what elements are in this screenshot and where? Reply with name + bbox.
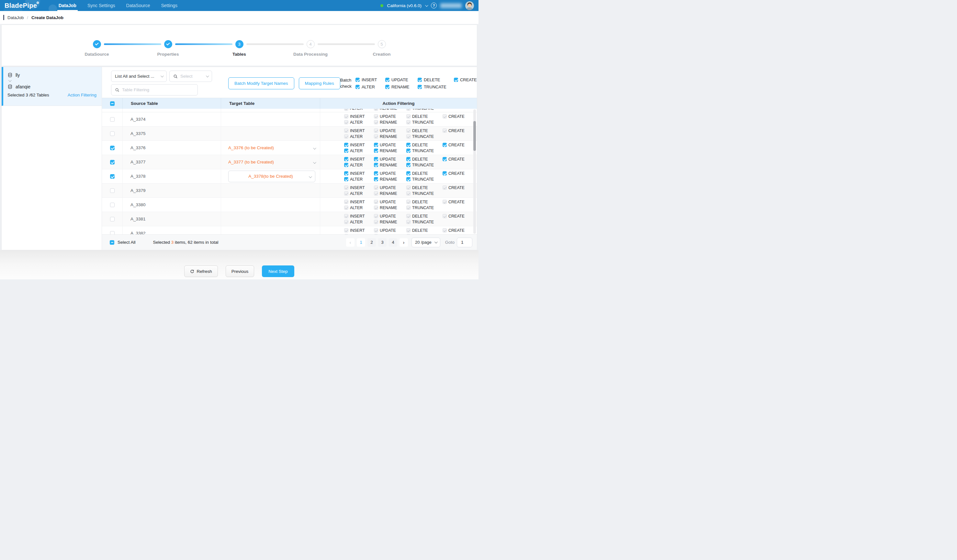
chevron-down-icon[interactable] xyxy=(313,159,315,165)
previous-button[interactable]: Previous xyxy=(226,265,254,277)
pagination-page-4[interactable]: 4 xyxy=(389,238,397,247)
row-action-insert xyxy=(344,228,348,232)
batch-modify-target-names-button[interactable]: Batch Modify Target Names xyxy=(228,77,294,89)
row-action-insert[interactable] xyxy=(344,143,348,147)
table-select[interactable]: Select xyxy=(169,71,212,82)
goto-page-input[interactable] xyxy=(457,238,472,247)
action-check-alter: ALTER xyxy=(355,85,385,89)
pagination-page-1[interactable]: 1 xyxy=(357,238,365,247)
row-action-update xyxy=(374,128,378,133)
row-action-update[interactable] xyxy=(374,171,378,175)
action-label: RENAME xyxy=(380,163,397,167)
row-select-checkbox[interactable] xyxy=(110,217,115,221)
row-select-checkbox[interactable] xyxy=(110,117,115,122)
table-row-partial: INSERTUPDATEDELETECREATEALTERRENAMETRUNC… xyxy=(102,109,477,112)
page-size-select[interactable]: 20 /page xyxy=(412,238,440,247)
pagination-page-2[interactable]: 2 xyxy=(368,238,376,247)
action-label: UPDATE xyxy=(380,200,396,204)
action-check-truncate: TRUNCATE xyxy=(406,163,442,167)
batch-check-create[interactable] xyxy=(454,78,458,82)
pagination-page-3[interactable]: 3 xyxy=(378,238,387,247)
row-action-create[interactable] xyxy=(442,157,447,161)
row-action-insert[interactable] xyxy=(344,157,348,161)
row-action-create[interactable] xyxy=(442,171,447,175)
row-select-checkbox[interactable] xyxy=(110,188,115,193)
table-filter-input[interactable] xyxy=(122,87,194,92)
action-filtering-link[interactable]: Action Filtering xyxy=(68,93,96,98)
action-label: INSERT xyxy=(350,157,365,161)
row-action-truncate[interactable] xyxy=(406,148,411,153)
batch-check-update[interactable] xyxy=(385,78,390,82)
row-action-truncate[interactable] xyxy=(406,177,411,181)
header-select-all-checkbox[interactable] xyxy=(110,101,115,106)
pagination-prev-button[interactable]: ‹ xyxy=(346,238,354,247)
action-label: RENAME xyxy=(380,205,397,210)
row-action-rename[interactable] xyxy=(374,163,378,167)
row-action-create[interactable] xyxy=(442,143,447,147)
row-action-delete[interactable] xyxy=(406,171,411,175)
batch-check-alter[interactable] xyxy=(355,85,360,89)
help-icon[interactable]: ? xyxy=(431,3,437,8)
row-select-checkbox[interactable] xyxy=(110,146,115,150)
nav-tab-datajob[interactable]: DataJob xyxy=(53,0,82,11)
row-action-alter[interactable] xyxy=(344,177,348,181)
batch-check-truncate[interactable] xyxy=(418,85,422,89)
refresh-button[interactable]: Refresh xyxy=(184,265,218,277)
row-action-insert[interactable] xyxy=(344,171,348,175)
action-check-create: CREATE xyxy=(454,77,478,82)
scrollbar-thumb[interactable] xyxy=(473,121,476,151)
row-action-grid: INSERTUPDATEDELETECREATEALTERRENAMETRUNC… xyxy=(320,143,477,153)
brand-logo[interactable]: BladePipe⚙ xyxy=(5,2,39,9)
nav-tab-datasource[interactable]: DataSource xyxy=(121,0,156,11)
pagination-next-button[interactable]: › xyxy=(400,238,408,247)
row-select-checkbox[interactable] xyxy=(110,131,115,136)
batch-check-insert[interactable] xyxy=(355,78,360,82)
breadcrumb-parent[interactable]: DataJob xyxy=(8,15,24,20)
mapping-rules-button[interactable]: Mapping Rules xyxy=(299,77,340,89)
chevron-down-icon[interactable] xyxy=(313,145,315,151)
row-select-checkbox[interactable] xyxy=(110,160,115,164)
row-action-alter[interactable] xyxy=(344,148,348,153)
table-row: A_3382INSERTUPDATEDELETECREATEALTERRENAM… xyxy=(102,226,477,234)
sidebar-datasource-item[interactable]: lly afanqie Selected 3 /62 Tables Action… xyxy=(2,67,102,106)
row-action-delete[interactable] xyxy=(406,143,411,147)
row-action-create xyxy=(442,200,447,204)
action-check-insert: INSERT xyxy=(344,214,374,219)
row-action-create xyxy=(442,214,447,218)
step-circle-3: 3 xyxy=(235,40,243,48)
avatar[interactable] xyxy=(465,1,474,10)
row-select-checkbox[interactable] xyxy=(110,203,115,207)
table-filter-search[interactable] xyxy=(111,84,198,96)
action-label: TRUNCATE xyxy=(412,148,434,153)
action-check-rename: RENAME xyxy=(374,234,406,235)
goto-label: Goto xyxy=(445,240,455,245)
list-mode-select[interactable]: List All and Select ... xyxy=(111,71,167,82)
batch-check-delete[interactable] xyxy=(418,78,422,82)
row-action-truncate[interactable] xyxy=(406,163,411,167)
row-action-rename[interactable] xyxy=(374,148,378,153)
target-table-select[interactable]: A_3378(to be Created) xyxy=(228,170,315,182)
nav-tab-sync-settings[interactable]: Sync Settings xyxy=(82,0,121,11)
nav-tab-settings[interactable]: Settings xyxy=(155,0,183,11)
action-check-rename: RENAME xyxy=(374,205,406,210)
region-selector[interactable]: California (v0.6.0) xyxy=(387,3,422,8)
row-action-rename[interactable] xyxy=(374,177,378,181)
footer-select-all-checkbox[interactable] xyxy=(110,240,114,245)
row-action-alter[interactable] xyxy=(344,163,348,167)
source-cell: A_3374 xyxy=(123,112,221,126)
action-check-truncate: TRUNCATE xyxy=(406,120,442,125)
batch-check-rename[interactable] xyxy=(385,85,390,89)
row-select-checkbox[interactable] xyxy=(110,231,115,235)
action-check-rename: RENAME xyxy=(374,220,406,224)
next-step-button[interactable]: Next Step xyxy=(262,265,294,277)
row-action-delete[interactable] xyxy=(406,157,411,161)
action-check-update: UPDATE xyxy=(374,214,406,219)
row-action-update[interactable] xyxy=(374,143,378,147)
row-action-update[interactable] xyxy=(374,157,378,161)
action-label: CREATE xyxy=(448,157,464,161)
chevron-down-icon[interactable] xyxy=(425,3,428,7)
action-label: DELETE xyxy=(412,114,428,119)
row-action-update xyxy=(374,214,378,218)
row-select-checkbox[interactable] xyxy=(110,174,115,179)
row-action-grid: INSERTUPDATEDELETECREATEALTERRENAMETRUNC… xyxy=(320,200,477,210)
